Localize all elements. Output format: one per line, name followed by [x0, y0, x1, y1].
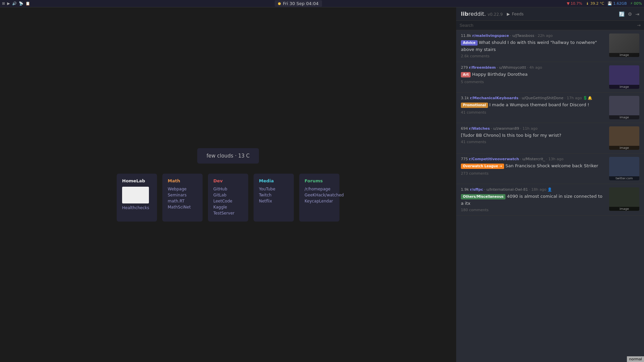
post-score: 694: [461, 126, 468, 131]
post-flair: Overwatch League →: [461, 164, 504, 169]
search-go-icon[interactable]: →: [637, 23, 641, 28]
bookmark-title-dev: Dev: [213, 178, 243, 183]
post-user: · u/zwanman89: [491, 126, 519, 131]
post-meta-post2: 279 r/fireemblem · u/Whimsycottt · 4h ag…: [461, 65, 606, 70]
datetime-text: Fri 30 Sep 04:04: [283, 1, 318, 6]
post-comments-count: 41 comments: [461, 140, 606, 144]
right-panel: libreddit. v0.22.9 ▶ Feeds 🔄 ⚙ ⇥ → 11.8k…: [456, 7, 644, 362]
feeds-nav[interactable]: ▶ Feeds: [507, 12, 524, 16]
expand-icon[interactable]: ⇥: [635, 11, 639, 17]
bookmark-link-keycaplendar[interactable]: KeycapLendar: [305, 199, 334, 203]
post-flair: Advice: [461, 40, 478, 46]
bookmark-link-twitch[interactable]: Twitch: [259, 193, 288, 197]
post-time: · 13h ago: [546, 157, 564, 161]
taskbar-stats: ▼ 10.7% 🌡 39.2 °C 💾 1.62GB ⚡ 00%: [567, 1, 642, 6]
post-comments-count: 2.6k comments: [461, 54, 606, 58]
left-panel: few clouds · 13 C HomeLabHealthchecksMat…: [0, 7, 456, 362]
post-time: · 11h ago: [520, 126, 538, 131]
post-title-post3: PromotionalI made a Wumpus themed board …: [461, 102, 606, 109]
post-main-post6: 1.9k r/sffpc · u/International-Owl-81 · …: [461, 187, 606, 212]
post-meta-post6: 1.9k r/sffpc · u/International-Owl-81 · …: [461, 187, 606, 192]
bookmark-link-geekhack-watched[interactable]: GeeKHack/watched: [305, 193, 334, 197]
thumbnail-label: image: [609, 85, 639, 89]
header-left: libreddit. v0.22.9 ▶ Feeds: [461, 11, 524, 17]
bookmark-link-leetcode[interactable]: LeetCode: [213, 199, 243, 203]
post-comments-count: 273 comments: [461, 171, 606, 176]
post-time: · 18h ago: [529, 187, 546, 192]
stat-bat: ⚡ 00%: [630, 1, 642, 6]
bookmark-card-homelab: HomeLabHealthchecks: [117, 174, 157, 222]
taskbar-icon-4: 📡: [19, 1, 23, 6]
post-user: · u/QueGettingShitDone: [519, 96, 563, 100]
post-main-post4: 694 r/Watches · u/zwanman89 · 11h ago [T…: [461, 126, 606, 144]
post-score: 775: [461, 157, 468, 161]
post-flair: Others/Miscellaneous: [461, 194, 505, 199]
post-extra-icons: 💲🔔: [583, 96, 592, 100]
feeds-label: Feeds: [512, 12, 524, 16]
post-user: · u/Whimsycottt: [497, 65, 526, 70]
bookmark-link-netflix[interactable]: Netflix: [259, 199, 288, 203]
bookmark-link-kaggle[interactable]: Kaggle: [213, 205, 243, 209]
thumbnail-label: twitter.com: [609, 176, 639, 180]
post-score: 1.9k: [461, 187, 469, 192]
post-time: · 17h ago: [565, 96, 582, 100]
post-thumbnail-post3: image: [609, 96, 639, 119]
bookmark-link-github[interactable]: GitHub: [213, 187, 243, 191]
post-thumbnail-post1: image: [609, 34, 639, 57]
temp-value: 39.2 °C: [590, 1, 604, 6]
feeds-arrow: ▶: [507, 12, 510, 16]
temp-icon: 🌡: [586, 1, 589, 6]
post-user: · u/JTwasboss: [510, 34, 534, 38]
post-subreddit: r/MechanicalKeyboards: [470, 96, 519, 100]
post-title-post2: ArtHappy Birthday Dorothea: [461, 71, 606, 78]
bookmark-link-mathscinet[interactable]: MathSciNet: [168, 205, 197, 209]
refresh-icon[interactable]: 🔄: [619, 11, 625, 17]
post-thumbnail-post6: image: [609, 187, 639, 211]
reddit-text: reddit.: [468, 11, 486, 17]
bookmark-link--r-homepage[interactable]: /r/homepage: [305, 187, 334, 191]
post-item-post1[interactable]: 11.8k r/malelivingspace · u/JTwasboss · …: [456, 30, 644, 62]
post-item-post5[interactable]: 775 r/Competitiveoverwatch · u/Mistercri…: [456, 154, 644, 184]
settings-icon[interactable]: ⚙: [628, 11, 632, 17]
taskbar-datetime: Fri 30 Sep 04:04: [275, 0, 322, 7]
post-title-post6: Others/Miscellaneous4090 is almost comic…: [461, 193, 606, 206]
post-item-post4[interactable]: 694 r/Watches · u/zwanman89 · 11h ago [T…: [456, 123, 644, 154]
post-subreddit: r/sffpc: [470, 187, 483, 192]
post-subreddit: r/fireemblem: [469, 65, 496, 70]
post-item-post3[interactable]: 3.1k r/MechanicalKeyboards · u/QueGettin…: [456, 93, 644, 123]
bookmark-link-gitlab[interactable]: GitLab: [213, 193, 243, 197]
main-container: few clouds · 13 C HomeLabHealthchecksMat…: [0, 7, 644, 362]
mem-value: 1.62GB: [613, 1, 627, 6]
post-flair: Art: [461, 72, 471, 77]
bat-icon: ⚡: [630, 1, 633, 6]
taskbar-icon-1: ⊞: [2, 1, 5, 6]
post-score: 11.8k: [461, 34, 471, 38]
bookmark-title-homelab: HomeLab: [122, 178, 152, 183]
post-score: 279: [461, 65, 468, 70]
bookmark-link-seminars[interactable]: Seminars: [168, 193, 197, 197]
post-thumbnail-post2: image: [609, 65, 639, 89]
bookmark-title-media: Media: [259, 178, 288, 183]
post-score: 3.1k: [461, 96, 469, 100]
post-subreddit: r/Competitiveoverwatch: [469, 157, 519, 161]
bookmark-extra-homelab[interactable]: Healthchecks: [122, 205, 152, 210]
search-input[interactable]: [460, 23, 637, 28]
bookmark-link-webpage[interactable]: Webpage: [168, 187, 197, 191]
datetime-dot: [278, 2, 281, 5]
bookmark-link-testserver[interactable]: TestServer: [213, 211, 243, 216]
weather-widget: few clouds · 13 C: [197, 148, 259, 164]
weather-text: few clouds · 13 C: [207, 153, 250, 159]
post-item-post6[interactable]: 1.9k r/sffpc · u/International-Owl-81 · …: [456, 184, 644, 216]
stat-temp: 🌡 39.2 °C: [586, 1, 604, 6]
bookmark-card-dev: DevGitHubGitLabLeetCodeKaggleTestServer: [208, 174, 248, 222]
bookmark-link-math-rt[interactable]: math.RT: [168, 199, 197, 203]
taskbar-icon-5: 📋: [25, 1, 30, 6]
post-flair: Promotional: [461, 103, 488, 108]
post-subreddit: r/Watches: [469, 126, 490, 131]
post-user: · u/Mistercrit_: [520, 157, 545, 161]
post-item-post2[interactable]: 279 r/fireemblem · u/Whimsycottt · 4h ag…: [456, 62, 644, 93]
post-title-post1: AdviceWhat should I do with this weird "…: [461, 40, 606, 53]
bookmark-link-youtube[interactable]: YouTube: [259, 187, 288, 191]
post-extra-icons: 👤: [547, 187, 552, 192]
post-main-post3: 3.1k r/MechanicalKeyboards · u/QueGettin…: [461, 96, 606, 115]
